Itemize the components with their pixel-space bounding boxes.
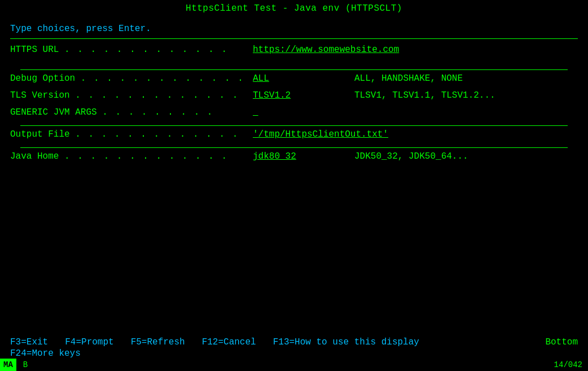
section-divider-3 [20,147,568,148]
section-divider-2 [20,125,568,126]
java-home-value[interactable]: jdk80_32 [253,151,343,162]
tls-version-value[interactable]: TLSV1.2 [253,90,343,101]
java-home-row: Java Home . . . . . . . . . . . . . jdk8… [10,151,578,166]
f13-key[interactable]: F13=How to use this display [273,337,419,347]
generic-jvm-row: GENERIC JVM ARGS . . . . . . . . . [10,107,578,122]
debug-option-value[interactable]: ALL [253,73,343,84]
status-mode: MA [0,359,16,371]
form-area: HTTPS URL . . . . . . . . . . . . . http… [0,39,588,166]
java-home-label: Java Home . . . . . . . . . . . . . [10,151,253,162]
f4-key[interactable]: F4=Prompt [65,337,113,347]
generic-jvm-value[interactable] [253,107,445,117]
status-page: 14/042 [554,360,582,369]
instruction-text: Type choices, press Enter. [0,17,588,38]
title-text: HttpsClient Test - Java env (HTTPSCLT) [186,3,402,14]
function-keys-area: F3=Exit F4=Prompt F5=Refresh F12=Cancel … [10,337,578,360]
https-url-value[interactable]: https://www.somewebsite.com [253,45,479,55]
status-bar: MA B 14/042 [0,359,588,371]
f3-key[interactable]: F3=Exit [10,337,48,347]
fkey-row-2: F24=More keys [10,348,578,359]
tls-version-label: TLS Version . . . . . . . . . . . . . [10,90,253,101]
fkey-row-1: F3=Exit F4=Prompt F5=Refresh F12=Cancel … [10,337,578,347]
terminal-screen: HttpsClient Test - Java env (HTTPSCLT) T… [0,0,588,371]
https-url-row: HTTPS URL . . . . . . . . . . . . . http… [10,45,578,59]
title-bar: HttpsClient Test - Java env (HTTPSCLT) [0,0,588,17]
f24-key[interactable]: F24=More keys [10,348,81,359]
output-file-row: Output File . . . . . . . . . . . . . '/… [10,129,578,144]
output-file-label: Output File . . . . . . . . . . . . . [10,129,253,139]
debug-option-label: Debug Option . . . . . . . . . . . . . [10,73,253,84]
https-url-label: HTTPS URL . . . . . . . . . . . . . [10,45,253,55]
f5-key[interactable]: F5=Refresh [131,337,185,347]
f12-key[interactable]: F12=Cancel [202,337,256,347]
java-home-options: JDK50_32, JDK50_64... [354,151,468,162]
status-buffer: B [23,360,28,369]
generic-jvm-label: GENERIC JVM ARGS . . . . . . . . . [10,107,253,117]
debug-option-options: ALL, HANDSHAKE, NONE [354,73,463,84]
tls-version-options: TLSV1, TLSV1.1, TLSV1.2... [354,90,495,101]
debug-option-row: Debug Option . . . . . . . . . . . . . A… [10,73,578,88]
tls-version-row: TLS Version . . . . . . . . . . . . . TL… [10,90,578,105]
output-file-value[interactable]: '/tmp/HttpsClientOut.txt' [253,129,445,139]
section-divider-1 [20,69,568,70]
